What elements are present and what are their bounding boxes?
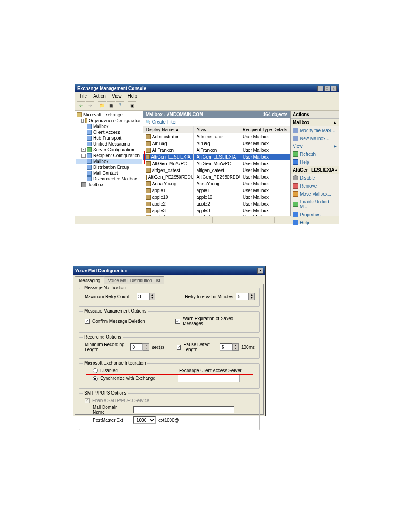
spin-up-icon[interactable]: ▲ <box>249 293 254 296</box>
grp-recording-options: Recording Options Minimum Recording Leng… <box>79 337 260 359</box>
spin-up-icon[interactable]: ▲ <box>150 293 155 296</box>
table-row[interactable]: apple1apple1User Mailbox <box>143 187 290 194</box>
chk-enable-smtp[interactable] <box>85 398 90 403</box>
toolbar-btn-1[interactable]: 📁 <box>98 101 106 109</box>
tree-pane: Microsoft Exchange -Organization Configu… <box>75 111 143 216</box>
table-row[interactable]: AltiGen_LESLIEXIAAltiGen_LESLIEXIAUser M… <box>143 154 290 160</box>
expand-icon[interactable]: + <box>81 148 86 152</box>
action-disable[interactable]: Disable <box>291 174 339 182</box>
radio-disabled[interactable] <box>93 368 98 373</box>
spinner-pause-detect[interactable]: ▲▼ <box>220 343 239 351</box>
table-row[interactable]: Al FrankenAlFrankenUser Mailbox <box>143 147 290 154</box>
spin-up-icon[interactable]: ▲ <box>233 344 238 347</box>
header-recipient-type[interactable]: Recipient Type Details <box>240 126 290 133</box>
disc-icon <box>87 176 92 181</box>
menu-bar: File Action View Help <box>75 92 339 100</box>
input-cas-server[interactable] <box>178 375 240 382</box>
create-filter-link[interactable]: Create Filter <box>143 118 290 126</box>
distgroup-icon <box>87 165 92 170</box>
action-refresh[interactable]: Refresh <box>291 150 339 158</box>
tree-root[interactable]: Microsoft Exchange <box>76 112 142 118</box>
minimize-button[interactable]: _ <box>317 86 323 91</box>
table-row[interactable]: altigen_oatestaltigen_oatestUser Mailbox <box>143 167 290 174</box>
table-row[interactable]: AltiGen_PE2950REDUN0AltiGen_PE2950REDUN0… <box>143 174 290 180</box>
table-row[interactable]: AdministratorAdministratorUser Mailbox <box>143 133 290 140</box>
table-row[interactable]: apple4apple4User Mailbox <box>143 214 290 216</box>
tree-rec-distgroup[interactable]: Distribution Group <box>76 164 142 170</box>
list-body[interactable]: AdministratorAdministratorUser MailboxAi… <box>143 133 290 216</box>
status-bar <box>75 216 339 224</box>
input-retry-count[interactable] <box>137 293 149 300</box>
table-row[interactable]: apple3apple3User Mailbox <box>143 207 290 214</box>
toolbar-btn-4[interactable]: ▣ <box>128 101 136 109</box>
tree-server-config[interactable]: +Server Configuration <box>76 147 142 153</box>
tab-vmdist[interactable]: Voice Mail Distribution List <box>104 276 164 284</box>
toolbar-btn-2[interactable]: ▦ <box>107 101 115 109</box>
legend-smtp: SMTP/POP3 Options <box>83 390 128 395</box>
legend-recording: Recording Options <box>83 335 123 339</box>
enableum-icon <box>293 202 298 207</box>
remove-icon <box>293 183 298 189</box>
table-row[interactable]: Anna YoungAnnaYoungUser Mailbox <box>143 180 290 187</box>
close-button[interactable]: × <box>331 86 337 91</box>
menu-help[interactable]: Help <box>125 93 140 99</box>
title-bar: Voice Mail Configuration × <box>73 266 265 275</box>
user-icon <box>146 202 151 206</box>
mailbox-icon <box>87 124 92 129</box>
tree-rec-mailbox[interactable]: Mailbox <box>76 159 142 164</box>
chk-pause-detect[interactable] <box>177 345 181 350</box>
menu-action[interactable]: Action <box>90 93 108 99</box>
tree-recipient-config[interactable]: -Recipient Configuration <box>76 153 142 159</box>
action-new-mailbox[interactable]: New Mailbox... <box>291 134 339 142</box>
user-icon <box>146 195 151 200</box>
input-pause-detect[interactable] <box>220 343 232 351</box>
back-button[interactable]: ⇐ <box>77 101 85 109</box>
toolbar-btn-3[interactable]: ? <box>116 101 124 109</box>
input-min-rec[interactable] <box>130 343 143 351</box>
radio-sync-exchange[interactable] <box>93 376 98 381</box>
collapse-icon[interactable]: - <box>81 119 84 123</box>
action-move-mailbox[interactable]: Move Mailbox... <box>291 190 339 198</box>
combo-postmaster-ext[interactable]: 1000 <box>133 416 156 424</box>
chk-confirm-deletion[interactable] <box>85 319 90 324</box>
tree-org-unified[interactable]: Unified Messaging <box>76 141 142 147</box>
action-enable-um[interactable]: Enable Unified M... <box>291 198 339 210</box>
action-help[interactable]: Help <box>291 158 339 166</box>
table-row[interactable]: Air BagAirBagUser Mailbox <box>143 140 290 147</box>
spinner-retry-interval[interactable]: ▲▼ <box>236 293 255 300</box>
tree-toolbox[interactable]: Toolbox <box>76 182 142 188</box>
table-row[interactable]: apple10apple10User Mailbox <box>143 194 290 201</box>
collapse-icon[interactable]: - <box>81 154 86 158</box>
tree-rec-mailcontact[interactable]: Mail Contact <box>76 170 142 176</box>
close-button[interactable]: × <box>257 268 263 274</box>
input-mail-domain[interactable] <box>133 406 234 413</box>
contact-icon <box>87 171 92 176</box>
spin-down-icon[interactable]: ▼ <box>249 296 254 300</box>
lbl-cas: Exchange Client Access Server <box>179 368 242 373</box>
header-display-name[interactable]: Display Name ▲ <box>143 126 194 133</box>
spinner-min-rec[interactable]: ▲▼ <box>130 343 149 351</box>
spin-down-icon[interactable]: ▼ <box>150 296 155 300</box>
tree-org-clientaccess[interactable]: Client Access <box>76 129 142 135</box>
header-alias[interactable]: Alias <box>194 126 240 133</box>
action-remove[interactable]: Remove <box>291 182 339 190</box>
menu-file[interactable]: File <box>77 93 90 99</box>
tree-org-mailbox[interactable]: Mailbox <box>76 124 142 129</box>
tree-org-config[interactable]: -Organization Configuration <box>76 118 142 124</box>
spin-down-icon[interactable]: ▼ <box>143 347 149 350</box>
spinner-retry-count[interactable]: ▲▼ <box>137 293 155 300</box>
table-row[interactable]: apple2apple2User Mailbox <box>143 201 290 207</box>
forward-button[interactable]: ⇒ <box>86 101 94 109</box>
table-row[interactable]: AltiGen_MuAvPCAltiGen_MuAvPCUser Mailbox <box>143 160 290 167</box>
spin-down-icon[interactable]: ▼ <box>233 347 238 350</box>
action-view[interactable]: View▶ <box>291 142 339 150</box>
menu-view[interactable]: View <box>109 93 124 99</box>
input-retry-interval[interactable] <box>236 293 248 300</box>
spin-up-icon[interactable]: ▲ <box>143 344 149 347</box>
tab-messaging[interactable]: Messaging <box>75 276 104 284</box>
tree-org-hubtransport[interactable]: Hub Transport <box>76 135 142 141</box>
action-modify-max[interactable]: Modify the Maxi... <box>291 126 339 134</box>
maximize-button[interactable]: □ <box>324 86 330 91</box>
tree-rec-disconnected[interactable]: Disconnected Mailbox <box>76 176 142 182</box>
chk-warn-expiration[interactable] <box>175 319 180 324</box>
